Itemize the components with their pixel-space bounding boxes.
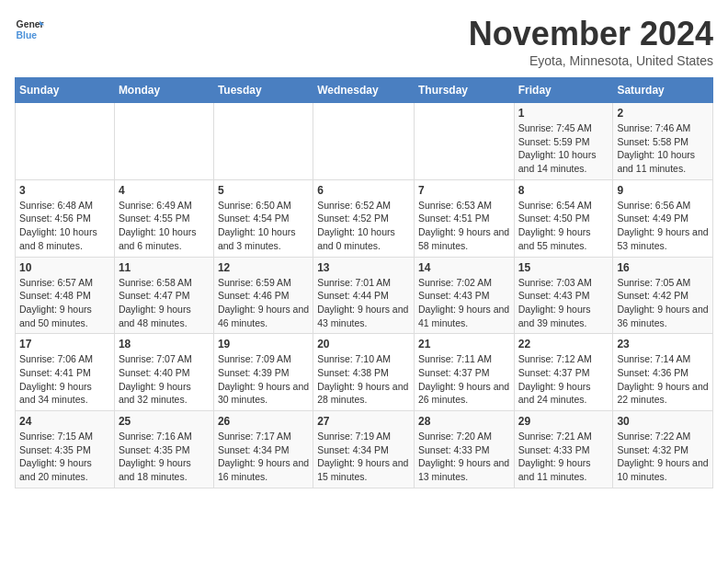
calendar-cell: 28Sunrise: 7:20 AM Sunset: 4:33 PM Dayli… [414,411,514,488]
day-number: 10 [19,261,110,274]
calendar-cell: 1Sunrise: 7:45 AM Sunset: 5:59 PM Daylig… [514,103,613,180]
day-number: 9 [617,184,709,197]
day-info: Sunrise: 7:06 AM Sunset: 4:41 PM Dayligh… [19,352,110,407]
weekday-header-wednesday: Wednesday [313,78,415,103]
day-info: Sunrise: 7:19 AM Sunset: 4:34 PM Dayligh… [317,430,410,484]
calendar-week-row: 1Sunrise: 7:45 AM Sunset: 5:59 PM Daylig… [16,103,713,180]
day-number: 24 [19,415,110,428]
day-number: 25 [119,415,210,428]
day-info: Sunrise: 7:46 AM Sunset: 5:58 PM Dayligh… [617,121,709,176]
day-info: Sunrise: 6:58 AM Sunset: 4:47 PM Dayligh… [119,276,210,330]
calendar-cell: 24Sunrise: 7:15 AM Sunset: 4:35 PM Dayli… [16,411,115,488]
day-number: 3 [19,184,110,197]
day-number: 2 [617,107,709,120]
calendar-table: SundayMondayTuesdayWednesdayThursdayFrid… [15,77,713,488]
day-number: 6 [317,184,410,197]
calendar-cell: 16Sunrise: 7:05 AM Sunset: 4:42 PM Dayli… [613,257,713,334]
day-info: Sunrise: 6:52 AM Sunset: 4:52 PM Dayligh… [317,199,410,253]
day-info: Sunrise: 6:49 AM Sunset: 4:55 PM Dayligh… [119,199,210,253]
day-number: 22 [518,338,609,350]
calendar-cell: 23Sunrise: 7:14 AM Sunset: 4:36 PM Dayli… [613,334,713,411]
day-number: 8 [518,184,609,197]
calendar-cell: 27Sunrise: 7:19 AM Sunset: 4:34 PM Dayli… [313,411,415,488]
weekday-header-thursday: Thursday [414,78,514,103]
day-number: 28 [418,415,510,428]
day-number: 19 [218,338,309,350]
day-info: Sunrise: 7:01 AM Sunset: 4:44 PM Dayligh… [317,276,410,330]
day-info: Sunrise: 7:07 AM Sunset: 4:40 PM Dayligh… [119,352,210,407]
calendar-cell: 3Sunrise: 6:48 AM Sunset: 4:56 PM Daylig… [16,179,115,257]
calendar-cell: 19Sunrise: 7:09 AM Sunset: 4:39 PM Dayli… [213,334,313,411]
day-info: Sunrise: 7:09 AM Sunset: 4:39 PM Dayligh… [218,352,309,407]
page-header: General Blue November 2024 Eyota, Minnes… [15,15,713,68]
day-info: Sunrise: 6:57 AM Sunset: 4:48 PM Dayligh… [19,276,110,330]
day-info: Sunrise: 7:20 AM Sunset: 4:33 PM Dayligh… [418,430,510,484]
day-number: 14 [418,261,510,274]
calendar-cell: 15Sunrise: 7:03 AM Sunset: 4:43 PM Dayli… [514,257,613,334]
calendar-cell: 4Sunrise: 6:49 AM Sunset: 4:55 PM Daylig… [114,179,213,257]
day-info: Sunrise: 7:45 AM Sunset: 5:59 PM Dayligh… [518,121,609,176]
day-info: Sunrise: 7:22 AM Sunset: 4:32 PM Dayligh… [617,430,709,484]
day-number: 5 [218,184,309,197]
title-area: November 2024 Eyota, Minnesota, United S… [469,15,713,68]
calendar-cell [114,103,213,180]
calendar-cell: 25Sunrise: 7:16 AM Sunset: 4:35 PM Dayli… [114,411,213,488]
day-info: Sunrise: 7:11 AM Sunset: 4:37 PM Dayligh… [418,352,510,407]
calendar-cell: 18Sunrise: 7:07 AM Sunset: 4:40 PM Dayli… [114,334,213,411]
calendar-cell [213,103,313,180]
day-number: 11 [119,261,210,274]
day-info: Sunrise: 6:50 AM Sunset: 4:54 PM Dayligh… [218,199,309,253]
weekday-header-friday: Friday [514,78,613,103]
calendar-week-row: 17Sunrise: 7:06 AM Sunset: 4:41 PM Dayli… [16,334,713,411]
day-number: 26 [218,415,309,428]
calendar-cell [16,103,115,180]
day-number: 12 [218,261,309,274]
logo: General Blue [15,15,44,44]
weekday-header-monday: Monday [114,78,213,103]
calendar-week-row: 24Sunrise: 7:15 AM Sunset: 4:35 PM Dayli… [16,411,713,488]
day-info: Sunrise: 6:48 AM Sunset: 4:56 PM Dayligh… [19,199,110,253]
calendar-cell: 14Sunrise: 7:02 AM Sunset: 4:43 PM Dayli… [414,257,514,334]
calendar-cell: 5Sunrise: 6:50 AM Sunset: 4:54 PM Daylig… [213,179,313,257]
day-info: Sunrise: 7:17 AM Sunset: 4:34 PM Dayligh… [218,430,309,484]
weekday-header-saturday: Saturday [613,78,713,103]
day-info: Sunrise: 6:53 AM Sunset: 4:51 PM Dayligh… [418,199,510,253]
day-info: Sunrise: 7:10 AM Sunset: 4:38 PM Dayligh… [317,352,410,407]
day-info: Sunrise: 7:02 AM Sunset: 4:43 PM Dayligh… [418,276,510,330]
calendar-cell: 11Sunrise: 6:58 AM Sunset: 4:47 PM Dayli… [114,257,213,334]
calendar-cell [313,103,415,180]
calendar-cell: 26Sunrise: 7:17 AM Sunset: 4:34 PM Dayli… [213,411,313,488]
day-number: 20 [317,338,410,350]
weekday-header-sunday: Sunday [16,78,115,103]
calendar-cell: 8Sunrise: 6:54 AM Sunset: 4:50 PM Daylig… [514,179,613,257]
day-info: Sunrise: 7:14 AM Sunset: 4:36 PM Dayligh… [617,352,709,407]
day-number: 23 [617,338,709,350]
day-number: 30 [617,415,709,428]
calendar-cell: 2Sunrise: 7:46 AM Sunset: 5:58 PM Daylig… [613,103,713,180]
day-number: 21 [418,338,510,350]
day-info: Sunrise: 7:16 AM Sunset: 4:35 PM Dayligh… [119,430,210,484]
day-info: Sunrise: 6:59 AM Sunset: 4:46 PM Dayligh… [218,276,309,330]
calendar-cell: 13Sunrise: 7:01 AM Sunset: 4:44 PM Dayli… [313,257,415,334]
day-number: 15 [518,261,609,274]
day-info: Sunrise: 7:21 AM Sunset: 4:33 PM Dayligh… [518,430,609,484]
day-number: 1 [518,107,609,120]
calendar-cell: 22Sunrise: 7:12 AM Sunset: 4:37 PM Dayli… [514,334,613,411]
calendar-week-row: 10Sunrise: 6:57 AM Sunset: 4:48 PM Dayli… [16,257,713,334]
calendar-week-row: 3Sunrise: 6:48 AM Sunset: 4:56 PM Daylig… [16,179,713,257]
calendar-cell: 6Sunrise: 6:52 AM Sunset: 4:52 PM Daylig… [313,179,415,257]
calendar-cell: 17Sunrise: 7:06 AM Sunset: 4:41 PM Dayli… [16,334,115,411]
day-info: Sunrise: 7:05 AM Sunset: 4:42 PM Dayligh… [617,276,709,330]
weekday-header-tuesday: Tuesday [213,78,313,103]
day-number: 16 [617,261,709,274]
calendar-cell: 29Sunrise: 7:21 AM Sunset: 4:33 PM Dayli… [514,411,613,488]
calendar-cell: 12Sunrise: 6:59 AM Sunset: 4:46 PM Dayli… [213,257,313,334]
day-info: Sunrise: 6:54 AM Sunset: 4:50 PM Dayligh… [518,199,609,253]
svg-text:Blue: Blue [17,30,38,40]
day-info: Sunrise: 7:03 AM Sunset: 4:43 PM Dayligh… [518,276,609,330]
day-number: 18 [119,338,210,350]
day-number: 17 [19,338,110,350]
location: Eyota, Minnesota, United States [469,53,713,68]
calendar-cell: 20Sunrise: 7:10 AM Sunset: 4:38 PM Dayli… [313,334,415,411]
day-number: 13 [317,261,410,274]
